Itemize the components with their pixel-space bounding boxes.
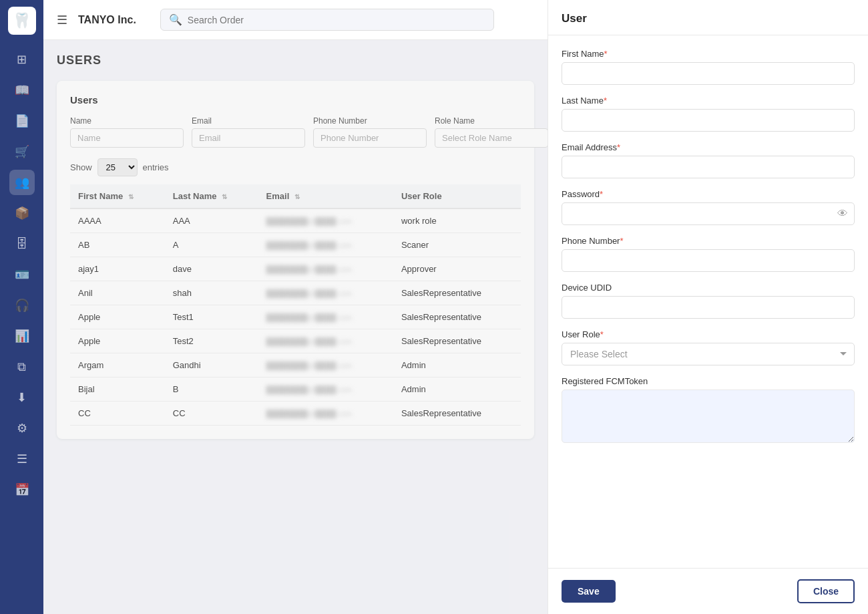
search-input[interactable] [188,15,485,25]
phone-required: * [620,236,623,246]
password-input[interactable] [562,202,855,225]
entries-label: entries [143,162,169,172]
email-required: * [617,142,620,152]
col-userrole: User Role [393,184,521,208]
form-group-fcmtoken: Registered FCMToken [562,376,855,443]
filter-phone-input[interactable] [313,128,427,148]
panel-header: User [548,0,868,35]
save-button[interactable]: Save [562,580,616,603]
cell-lastname: AAA [165,208,258,233]
menu-icon[interactable]: ☰ [57,13,67,27]
sidebar-item-users[interactable]: 👥 [9,170,35,195]
filter-phone-group: Phone Number [313,116,427,148]
cell-email: ████████@████.com [258,281,393,305]
cell-lastname: dave [165,257,258,281]
email-label: Email Address* [562,142,855,152]
cell-email: ████████@████.com [258,402,393,426]
table-row[interactable]: Anil shah ████████@████.com SalesReprese… [70,281,521,305]
sidebar-item-integration[interactable]: ⚙ [9,416,35,441]
table-row[interactable]: ajay1 dave ████████@████.com Approver [70,257,521,281]
right-panel: User First Name* Last Name* Email Addres… [548,0,868,614]
user-role-required: * [600,329,604,339]
firstname-input[interactable] [562,62,855,85]
col-email-label: Email [266,191,290,201]
sidebar-item-document[interactable]: 📄 [9,108,35,134]
form-group-firstname: First Name* [562,49,855,85]
sidebar-item-box[interactable]: 📦 [9,200,35,226]
form-group-user-role: User Role* Please Select [562,329,855,365]
main-wrapper: ☰ TANYO Inc. 🔍 USERS Users Name Email [43,0,548,614]
cell-userrole: Admin [393,377,521,402]
filter-email-group: Email [192,116,305,148]
cell-userrole: Admin [393,353,521,377]
table-row[interactable]: Apple Test1 ████████@████.com SalesRepre… [70,305,521,329]
form-group-device-udid: Device UDID [562,283,855,319]
sidebar-item-calendar[interactable]: 📅 [9,477,35,502]
filter-email-input[interactable] [192,128,305,148]
sidebar-logo: 🦷 [8,7,36,35]
lastname-input[interactable] [562,109,855,132]
sidebar-item-idcard[interactable]: 🪪 [9,262,35,287]
cell-userrole: SalesRepresentative [393,329,521,353]
filter-name-input[interactable] [70,128,184,148]
password-label: Password* [562,189,855,199]
table-row[interactable]: Bijal B ████████@████.com Admin [70,377,521,402]
filter-role-group: Role Name [435,116,548,148]
cell-lastname: CC [165,402,258,426]
cell-email: ████████@████.com [258,233,393,257]
sidebar-item-database[interactable]: 🗄 [9,231,35,257]
email-input[interactable] [562,156,855,178]
sidebar-item-report[interactable]: 📊 [9,323,35,349]
phone-input[interactable] [562,249,855,272]
col-lastname-label: Last Name [173,191,217,201]
sidebar-item-book[interactable]: 📖 [9,78,35,103]
cell-firstname: Argam [70,353,165,377]
show-entries: Show 10 25 50 100 entries [70,158,521,176]
sidebar-item-list[interactable]: ☰ [9,446,35,472]
sidebar-item-headset[interactable]: 🎧 [9,293,35,318]
table-row[interactable]: CC CC ████████@████.com SalesRepresentat… [70,402,521,426]
show-label: Show [70,162,92,172]
sidebar-item-cart[interactable]: 🛒 [9,139,35,164]
sidebar-item-download[interactable]: ⬇ [9,385,35,410]
table-row[interactable]: Argam Gandhi ████████@████.com Admin [70,353,521,377]
col-lastname[interactable]: Last Name ⇅ [165,184,258,208]
topbar: ☰ TANYO Inc. 🔍 [43,0,548,40]
table-row[interactable]: AB A ████████@████.com Scaner [70,233,521,257]
eye-icon[interactable]: 👁 [837,208,848,220]
filter-email-label: Email [192,116,305,126]
cell-userrole: Approver [393,257,521,281]
close-button[interactable]: Close [797,579,855,603]
cell-lastname: shah [165,281,258,305]
cell-firstname: Anil [70,281,165,305]
sort-lastname-icon[interactable]: ⇅ [222,193,227,200]
filter-role-input[interactable] [435,128,548,148]
col-firstname[interactable]: First Name ⇅ [70,184,165,208]
company-title: TANYO Inc. [78,14,136,26]
table-row[interactable]: Apple Test2 ████████@████.com SalesRepre… [70,329,521,353]
sort-email-icon[interactable]: ⇅ [294,193,300,200]
sidebar-item-copy[interactable]: ⧉ [9,354,35,379]
cell-firstname: Bijal [70,377,165,402]
panel-title: User [562,12,855,25]
sidebar-item-dashboard[interactable]: ⊞ [9,47,35,72]
user-role-select[interactable]: Please Select [562,343,855,365]
sort-firstname-icon[interactable]: ⇅ [128,193,134,200]
search-bar[interactable]: 🔍 [160,9,494,31]
table-row[interactable]: AAAA AAA ████████@████.com work role [70,208,521,233]
firstname-required: * [604,49,608,59]
form-group-email: Email Address* [562,142,855,178]
cell-userrole: SalesRepresentative [393,305,521,329]
password-required: * [600,189,603,199]
cell-email: ████████@████.com [258,208,393,233]
cell-userrole: SalesRepresentative [393,402,521,426]
cell-firstname: ajay1 [70,257,165,281]
device-udid-input[interactable] [562,296,855,319]
entries-select[interactable]: 10 25 50 100 [97,158,138,176]
page-title: USERS [57,53,534,67]
col-email[interactable]: Email ⇅ [258,184,393,208]
cell-lastname: A [165,233,258,257]
cell-email: ████████@████.com [258,257,393,281]
fcmtoken-textarea[interactable] [562,390,855,443]
lastname-label: Last Name* [562,96,855,106]
